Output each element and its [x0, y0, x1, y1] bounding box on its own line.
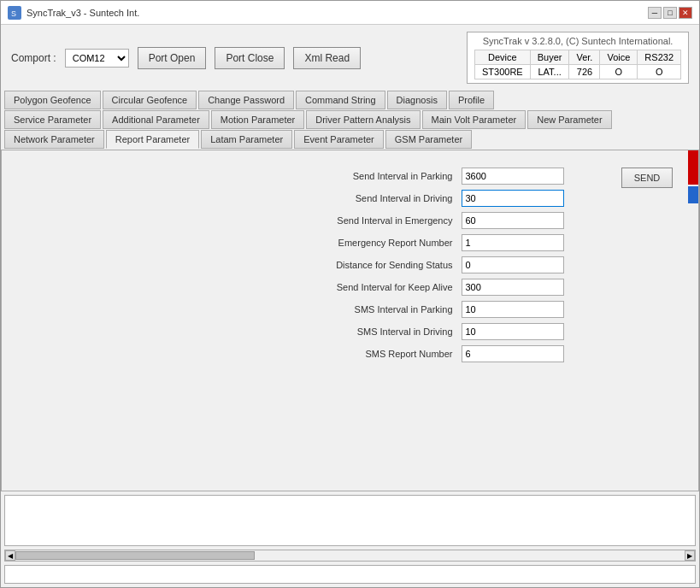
tab-row-1: Polygon Geofence Circular Geofence Chang… — [4, 91, 696, 109]
window-title: SyncTrak_v3 - Suntech Int. — [26, 8, 139, 18]
form-grid: Send Interval in Parking Send Interval i… — [137, 168, 564, 362]
label-sms-interval-parking: SMS Interval in Parking — [137, 301, 456, 318]
status-bar — [4, 565, 696, 584]
col-buyer: Buyer — [530, 50, 569, 65]
device-info-table: Device Buyer Ver. Voice RS232 ST300RE LA… — [474, 50, 681, 79]
svg-text:S: S — [11, 9, 16, 18]
input-sms-report-number[interactable] — [462, 345, 564, 362]
horizontal-scrollbar[interactable]: ◀ ▶ — [4, 550, 696, 562]
tab-content-area: SEND Send Interval in Parking Send Inter… — [1, 150, 699, 491]
label-sms-interval-driving: SMS Interval in Driving — [137, 323, 456, 340]
tab-row-2: Service Parameter Additional Parameter M… — [4, 110, 696, 129]
tab-additional-parameter[interactable]: Additional Parameter — [103, 110, 209, 129]
side-indicator — [688, 150, 698, 491]
tab-circular-geofence[interactable]: Circular Geofence — [103, 91, 197, 109]
indicator-red — [688, 150, 698, 185]
cell-voice: O — [600, 65, 638, 79]
label-distance-sending-status: Distance for Sending Status — [137, 256, 456, 273]
main-window: S SyncTrak_v3 - Suntech Int. ─ □ ✕ Compo… — [0, 0, 700, 588]
tab-gsm-parameter[interactable]: GSM Parameter — [385, 130, 472, 149]
app-icon: S — [8, 6, 21, 20]
log-box — [4, 495, 696, 546]
input-sms-interval-driving[interactable] — [462, 323, 564, 340]
minimize-button[interactable]: ─ — [648, 7, 662, 19]
scroll-arrow-right[interactable]: ▶ — [685, 550, 695, 561]
port-close-button[interactable]: Port Close — [215, 47, 285, 69]
main-content: Comport : COM12 Port Open Port Close Xml… — [1, 25, 699, 587]
tab-new-parameter[interactable]: New Parameter — [527, 110, 611, 129]
tab-motion-parameter[interactable]: Motion Parameter — [211, 110, 304, 129]
tab-latam-parameter[interactable]: Latam Parameter — [201, 130, 292, 149]
scroll-thumb[interactable] — [15, 551, 255, 560]
comport-label: Comport : — [11, 52, 56, 64]
tab-driver-pattern-analysis[interactable]: Driver Pattern Analysis — [306, 110, 420, 129]
input-distance-sending-status[interactable] — [462, 256, 564, 273]
device-info-row: ST300RE LAT... 726 O O — [475, 65, 681, 79]
col-rs232: RS232 — [638, 50, 681, 65]
toolbar: Comport : COM12 Port Open Port Close Xml… — [1, 25, 699, 91]
close-button[interactable]: ✕ — [679, 7, 692, 19]
tab-profile[interactable]: Profile — [449, 91, 494, 109]
cell-ver: 726 — [569, 65, 600, 79]
tab-event-parameter[interactable]: Event Parameter — [294, 130, 384, 149]
indicator-blue — [688, 186, 698, 203]
input-send-interval-keep-alive[interactable] — [462, 279, 564, 296]
col-device: Device — [475, 50, 531, 65]
device-info-title: SyncTrak v 3.2.8.0, (C) Suntech Internat… — [474, 36, 681, 46]
xml-read-button[interactable]: Xml Read — [293, 47, 361, 69]
tab-diagnosis[interactable]: Diagnosis — [387, 91, 447, 109]
label-send-interval-emergency: Send Interval in Emergency — [137, 212, 456, 229]
bottom-area: ◀ ▶ — [1, 491, 699, 587]
cell-device: ST300RE — [475, 65, 531, 79]
col-ver: Ver. — [569, 50, 600, 65]
device-info-box: SyncTrak v 3.2.8.0, (C) Suntech Internat… — [467, 32, 689, 84]
col-voice: Voice — [600, 50, 638, 65]
input-send-interval-emergency[interactable] — [462, 212, 564, 229]
tab-network-parameter[interactable]: Network Parameter — [4, 130, 104, 149]
label-send-interval-parking: Send Interval in Parking — [137, 168, 456, 185]
send-button[interactable]: SEND — [621, 168, 673, 188]
input-send-interval-parking[interactable] — [462, 168, 564, 185]
tab-change-password[interactable]: Change Password — [198, 91, 294, 109]
label-send-interval-keep-alive: Send Interval for Keep Alive — [137, 279, 456, 296]
cell-buyer: LAT... — [530, 65, 569, 79]
tab-polygon-geofence[interactable]: Polygon Geofence — [4, 91, 101, 109]
tab-service-parameter[interactable]: Service Parameter — [4, 110, 101, 129]
port-open-button[interactable]: Port Open — [138, 47, 207, 69]
maximize-button[interactable]: □ — [663, 7, 677, 19]
tabs-container: Polygon Geofence Circular Geofence Chang… — [1, 91, 699, 150]
comport-select[interactable]: COM12 — [65, 49, 129, 68]
tab-command-string[interactable]: Command String — [296, 91, 385, 109]
input-emergency-report-number[interactable] — [462, 234, 564, 251]
tab-report-parameter[interactable]: Report Parameter — [106, 130, 199, 149]
input-send-interval-driving[interactable] — [462, 190, 564, 207]
label-send-interval-driving: Send Interval in Driving — [137, 190, 456, 207]
tab-main-volt-parameter[interactable]: Main Volt Parameter — [422, 110, 526, 129]
input-sms-interval-parking[interactable] — [462, 301, 564, 318]
cell-rs232: O — [638, 65, 681, 79]
scroll-arrow-left[interactable]: ◀ — [5, 550, 15, 561]
tab-row-3: Network Parameter Report Parameter Latam… — [4, 130, 696, 149]
label-sms-report-number: SMS Report Number — [137, 345, 456, 362]
label-emergency-report-number: Emergency Report Number — [137, 234, 456, 251]
title-bar: S SyncTrak_v3 - Suntech Int. ─ □ ✕ — [1, 1, 699, 25]
